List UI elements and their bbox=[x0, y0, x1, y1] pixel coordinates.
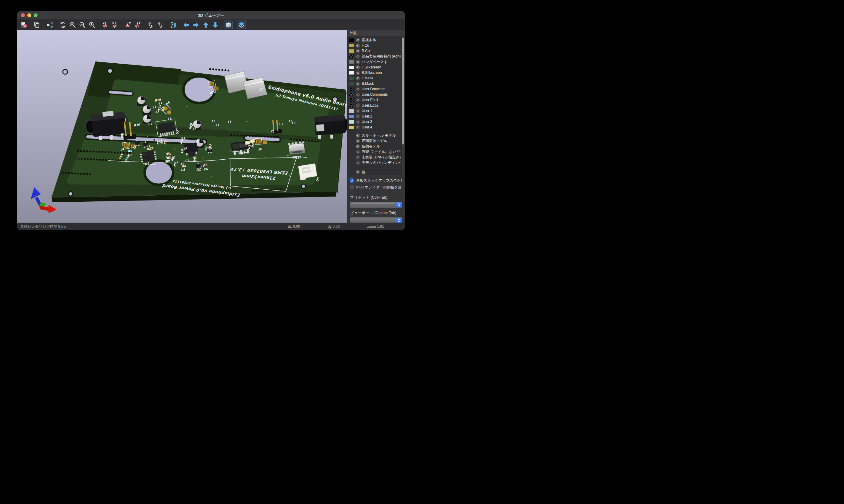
visibility-on-icon[interactable] bbox=[356, 82, 360, 86]
visibility-on-icon[interactable] bbox=[356, 133, 360, 138]
layer-row[interactable]: F.Cu bbox=[349, 43, 400, 48]
visibility-on-icon[interactable] bbox=[356, 170, 360, 175]
layer-row[interactable]: 仮想モデル bbox=[349, 144, 400, 149]
visibility-on-icon[interactable] bbox=[356, 43, 360, 48]
layer-row[interactable]: ハンダペースト bbox=[349, 59, 400, 65]
rotate-z-counterclockwise-icon[interactable]: Z bbox=[156, 21, 165, 29]
layer-row[interactable]: B.Cu bbox=[349, 48, 400, 54]
move-right-icon[interactable] bbox=[191, 21, 201, 29]
visibility-off-icon[interactable] bbox=[356, 54, 360, 59]
scrollbar[interactable] bbox=[402, 37, 404, 174]
show-appearance-manager-icon[interactable] bbox=[237, 21, 246, 29]
layer-label: 部品実装用接着剤 (Adhes bbox=[362, 54, 400, 59]
layer-row[interactable]: 未実装 (DNP) が指定された bbox=[349, 155, 400, 160]
reload-board-icon[interactable] bbox=[19, 21, 28, 29]
layer-row[interactable]: User.1 bbox=[349, 108, 400, 113]
layer-row[interactable]: 部品実装用接着剤 (Adhes bbox=[349, 54, 400, 59]
visibility-on-icon[interactable] bbox=[356, 60, 360, 64]
layer-row[interactable]: User.4 bbox=[349, 125, 400, 130]
orthographic-projection-icon[interactable] bbox=[224, 21, 233, 29]
layer-row[interactable]: User.Comments bbox=[349, 92, 400, 97]
visibility-on-icon[interactable] bbox=[356, 38, 360, 42]
rotate-y-clockwise-icon[interactable]: Y bbox=[123, 21, 132, 29]
layer-label: 表面実装モデル bbox=[362, 139, 387, 144]
visibility-off-icon[interactable] bbox=[356, 161, 360, 165]
visibility-on-icon[interactable] bbox=[356, 76, 360, 80]
visibility-off-icon[interactable] bbox=[356, 109, 360, 113]
render-current-view-icon[interactable] bbox=[45, 21, 54, 29]
layer-color-swatch[interactable] bbox=[349, 55, 354, 58]
layer-color-swatch[interactable] bbox=[349, 82, 354, 85]
layer-row[interactable]: B.Mask bbox=[349, 81, 400, 86]
layer-color-swatch[interactable] bbox=[349, 88, 354, 91]
visibility-off-icon[interactable] bbox=[356, 87, 360, 91]
visibility-on-icon[interactable] bbox=[356, 65, 360, 70]
visibility-off-icon[interactable] bbox=[356, 114, 360, 119]
zoom-button[interactable] bbox=[34, 13, 38, 17]
checkbox-checked-icon[interactable] bbox=[350, 178, 354, 183]
flip-board-icon[interactable] bbox=[169, 21, 178, 29]
layer-row[interactable]: 基板本体 bbox=[349, 37, 400, 43]
layer-color-swatch[interactable] bbox=[349, 60, 354, 64]
visibility-off-icon[interactable] bbox=[356, 150, 360, 154]
zoom-to-fit-icon[interactable] bbox=[87, 21, 97, 29]
rotate-z-clockwise-icon[interactable]: Z bbox=[146, 21, 155, 29]
close-button[interactable] bbox=[21, 13, 25, 17]
visibility-on-icon[interactable] bbox=[356, 144, 360, 149]
layer-row[interactable]: 表面実装モデル bbox=[349, 138, 400, 144]
layer-color-swatch[interactable] bbox=[349, 93, 354, 96]
visibility-off-icon[interactable] bbox=[356, 120, 360, 124]
layer-row[interactable]: F.Mask bbox=[349, 75, 400, 81]
minimize-button[interactable] bbox=[27, 13, 31, 17]
layer-color-swatch[interactable] bbox=[349, 115, 354, 118]
layer-row[interactable]: モデルのバウンディングボッ bbox=[349, 160, 400, 165]
checkbox-unchecked-icon[interactable] bbox=[350, 185, 354, 189]
visibility-off-icon[interactable] bbox=[356, 103, 360, 108]
layer-row[interactable]: 値 bbox=[349, 169, 400, 175]
rotate-y-counterclockwise-icon[interactable]: Y bbox=[133, 21, 142, 29]
layer-color-swatch[interactable] bbox=[349, 109, 354, 113]
layer-color-swatch[interactable] bbox=[349, 44, 354, 47]
visibility-off-icon[interactable] bbox=[356, 155, 360, 160]
checkbox-use-stackup-colors[interactable]: 基板スタックアップの色を使用 bbox=[350, 177, 402, 184]
move-up-icon[interactable] bbox=[201, 21, 210, 29]
layer-color-swatch[interactable] bbox=[349, 120, 354, 124]
checkbox-use-pcb-editor-copper-color[interactable]: PCB エディターの銅色を使用 bbox=[350, 184, 402, 191]
layer-row[interactable]: User.Eco1 bbox=[349, 97, 400, 103]
copy-image-icon[interactable] bbox=[32, 21, 41, 29]
dropdown-stepper-icon[interactable] bbox=[396, 202, 402, 208]
preset-dropdown[interactable] bbox=[350, 202, 402, 208]
layer-color-swatch[interactable] bbox=[349, 104, 354, 107]
layer-row[interactable]: F.Silkscreen bbox=[349, 65, 400, 70]
layer-row[interactable]: User.3 bbox=[349, 119, 400, 125]
layer-row[interactable]: User.2 bbox=[349, 113, 400, 119]
layer-color-swatch[interactable] bbox=[349, 66, 354, 69]
visibility-on-icon[interactable] bbox=[356, 71, 360, 75]
zoom-in-icon[interactable] bbox=[68, 21, 77, 29]
visibility-on-icon[interactable] bbox=[356, 139, 360, 143]
layer-color-swatch[interactable] bbox=[349, 77, 354, 80]
visibility-off-icon[interactable] bbox=[356, 125, 360, 130]
layer-row[interactable]: B.Silkscreen bbox=[349, 70, 400, 75]
layer-row[interactable]: スルーホール モデル bbox=[349, 133, 400, 138]
move-down-icon[interactable] bbox=[211, 21, 220, 29]
layer-row[interactable]: User.Eco2 bbox=[349, 103, 400, 108]
layer-color-swatch[interactable] bbox=[349, 38, 354, 42]
visibility-off-icon[interactable] bbox=[356, 92, 360, 97]
layer-color-swatch[interactable] bbox=[349, 98, 354, 102]
rotate-x-clockwise-icon[interactable]: X bbox=[100, 21, 109, 29]
visibility-on-icon[interactable] bbox=[356, 49, 360, 53]
rotate-x-counterclockwise-icon[interactable]: X bbox=[110, 21, 119, 29]
redraw-icon[interactable] bbox=[58, 21, 67, 29]
layer-color-swatch[interactable] bbox=[349, 71, 354, 74]
zoom-out-icon[interactable] bbox=[77, 21, 87, 29]
layer-row[interactable]: User.Drawings bbox=[349, 86, 400, 92]
dropdown-stepper-icon[interactable] bbox=[396, 218, 402, 223]
move-left-icon[interactable] bbox=[182, 21, 191, 29]
visibility-off-icon[interactable] bbox=[356, 98, 360, 102]
3d-viewport[interactable]: .silk text{fill:#f2f2f2;font-family:"Dej… bbox=[17, 30, 347, 222]
layer-color-swatch[interactable] bbox=[349, 126, 354, 129]
scrollbar-thumb[interactable] bbox=[402, 38, 404, 144]
layer-row[interactable]: POS ファイルにないモデル bbox=[349, 149, 400, 155]
layer-color-swatch[interactable] bbox=[349, 49, 354, 53]
